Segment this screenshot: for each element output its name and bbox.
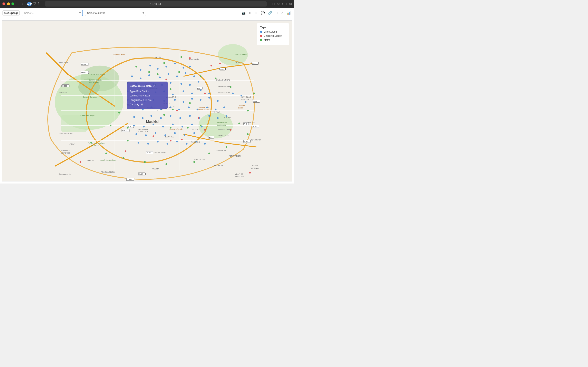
svg-point-202 (167, 143, 168, 145)
browser-icons-left: APP 🛡 ? (27, 2, 39, 6)
minimize-button[interactable] (7, 2, 10, 5)
svg-text:VALLECAS: VALLECAS (214, 164, 223, 167)
svg-point-228 (181, 56, 182, 58)
svg-point-128 (159, 76, 161, 78)
tabs-icon[interactable]: ⧉ (289, 2, 292, 6)
svg-point-246 (105, 152, 107, 154)
district-select[interactable]: Select a district (85, 10, 146, 16)
svg-point-215 (176, 110, 178, 111)
new-tab-icon[interactable]: + (285, 2, 287, 6)
home-icon[interactable]: ⌂ (281, 11, 284, 15)
svg-text:ALMAGRO: ALMAGRO (166, 96, 176, 98)
svg-text:M-40: M-40 (253, 100, 257, 102)
svg-point-233 (200, 75, 201, 77)
svg-text:MEAQUES: MEAQUES (61, 152, 70, 154)
cast-icon[interactable]: ⊡ (272, 2, 275, 6)
address-text: 127.0.0.1 (150, 2, 161, 6)
svg-text:FONTARRÓN: FONTARRÓN (228, 155, 241, 157)
address-bar[interactable]: 127.0.0.1 (45, 1, 267, 7)
svg-point-234 (215, 77, 216, 79)
svg-point-181 (208, 115, 210, 117)
main-content: ARAVACA TETUÁN CHAMARTÍN PIOVERA HUMERA … (0, 18, 294, 184)
svg-text:SAN BLAS-: SAN BLAS- (241, 96, 251, 98)
svg-point-118 (140, 69, 141, 71)
svg-text:M-40: M-40 (244, 141, 248, 143)
forward-button[interactable]: › (21, 2, 24, 6)
svg-point-183 (226, 115, 227, 117)
svg-text:PACIFICO: PACIFICO (191, 141, 200, 143)
legend-title: Type (260, 26, 286, 29)
metro-label: Metro (264, 39, 270, 42)
question-icon: ? (37, 2, 39, 6)
svg-text:SAN PASCUAL: SAN PASCUAL (218, 85, 231, 87)
svg-text:M-503: M-503 (62, 85, 67, 87)
svg-text:USERA: USERA (152, 167, 159, 170)
svg-point-167 (178, 109, 180, 110)
browser-nav: ‹ › (17, 2, 24, 6)
bike-station-dot (260, 31, 262, 33)
svg-text:de Las Ventas: de Las Ventas (198, 108, 209, 110)
chart-icon[interactable]: 📊 (286, 11, 292, 15)
svg-point-148 (191, 92, 193, 94)
svg-point-195 (164, 134, 166, 136)
svg-point-209 (245, 101, 246, 103)
svg-point-190 (191, 124, 193, 125)
minus-icon[interactable]: ⊟ (275, 11, 279, 15)
svg-point-122 (174, 63, 176, 64)
svg-text:Center: Center (238, 107, 243, 109)
comment-icon[interactable]: 💬 (260, 11, 266, 15)
map-background: ARAVACA TETUÁN CHAMARTÍN PIOVERA HUMERA … (2, 21, 292, 181)
add-icon[interactable]: ⊕ (248, 11, 252, 15)
close-button[interactable] (2, 2, 5, 5)
svg-point-173 (133, 116, 135, 118)
svg-point-123 (182, 67, 184, 68)
svg-point-206 (204, 143, 206, 145)
map-container[interactable]: ARAVACA TETUÁN CHAMARTÍN PIOVERA HUMERA … (2, 20, 292, 182)
tooltip-latitude: Latitude=40.42522 (130, 94, 165, 98)
svg-point-242 (193, 161, 195, 163)
maximize-button[interactable] (11, 2, 14, 5)
svg-point-146 (172, 94, 173, 95)
shield-icon: 🛡 (33, 2, 36, 6)
svg-text:M-500: M-500 (81, 63, 86, 65)
svg-text:ALUCHE: ALUCHE (87, 159, 95, 161)
svg-point-230 (148, 71, 150, 73)
svg-point-161 (217, 100, 219, 102)
camera-icon[interactable]: 📷 (241, 11, 246, 15)
svg-point-179 (189, 115, 191, 117)
svg-text:A-6: A-6 (128, 125, 131, 128)
svg-text:NUMANCIA: NUMANCIA (216, 150, 226, 152)
svg-point-138 (181, 83, 182, 85)
svg-point-204 (186, 143, 187, 145)
svg-text:ARAVACA: ARAVACA (59, 62, 68, 64)
svg-text:M-425: M-425 (138, 173, 143, 175)
svg-text:LAVAPIÉS: LAVAPIÉS (165, 136, 174, 138)
bike-station-label: Bike Station (264, 30, 277, 33)
svg-text:SAN DIEGO: SAN DIEGO (194, 158, 205, 160)
grid-icon[interactable]: ⊞ (254, 11, 258, 15)
tooltip-title: EstacionBicicleta: 7 (130, 83, 165, 88)
svg-point-243 (165, 163, 167, 165)
svg-text:de Madrid: de Madrid (91, 144, 99, 146)
toolbar-icons: 📷 ⊕ ⊞ 💬 🔗 ⊟ ⌂ 📊 (241, 11, 292, 15)
svg-text:TETUÁN: TETUÁN (154, 56, 161, 58)
back-button[interactable]: ‹ (17, 2, 20, 6)
svg-point-207 (232, 92, 233, 94)
svg-point-222 (125, 150, 126, 152)
svg-text:M-502: M-502 (122, 130, 127, 132)
refresh-icon[interactable]: ↻ (277, 2, 280, 6)
svg-text:ARGANZUELA: ARGANZUELA (154, 151, 167, 154)
svg-text:CANILLEJAS: CANILLEJAS (241, 99, 253, 101)
link-icon[interactable]: 🔗 (267, 11, 273, 15)
svg-point-130 (176, 75, 178, 77)
svg-point-172 (223, 106, 225, 108)
type-select[interactable]: Select... (22, 10, 83, 16)
svg-text:M-503: M-503 (81, 72, 86, 74)
svg-text:MORATALAZ: MORATALAZ (218, 134, 229, 137)
svg-point-119 (149, 65, 151, 66)
share-icon[interactable]: ↑ (282, 2, 283, 6)
top-bar: GeoSparql Select... ▼ Select a district … (0, 8, 294, 18)
svg-text:CONCEPCIÓN: CONCEPCIÓN (217, 92, 230, 94)
svg-point-240 (226, 146, 227, 148)
svg-text:A-2: A-2 (197, 87, 200, 90)
